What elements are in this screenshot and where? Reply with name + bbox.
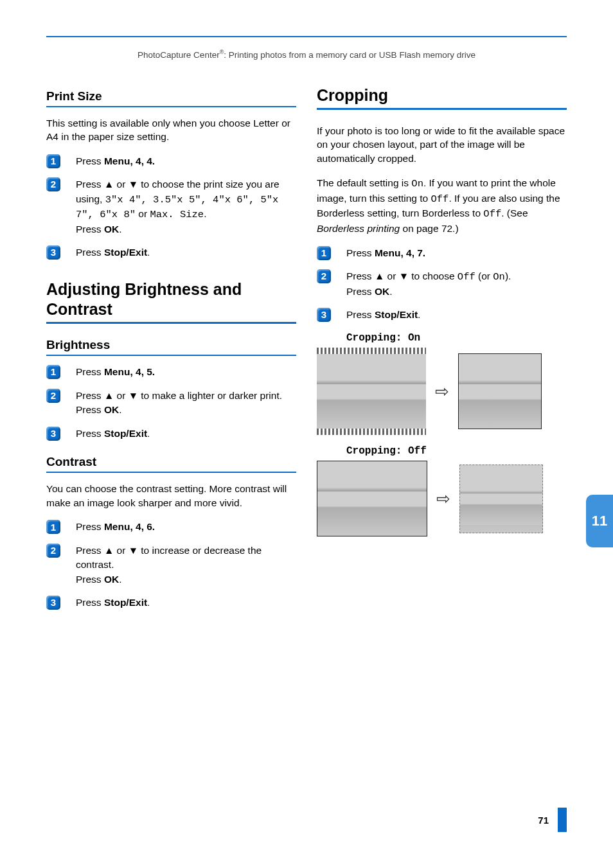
step-badge-1: 1: [317, 246, 331, 260]
step-badge-3: 3: [317, 308, 331, 322]
photo-original-off: [317, 461, 427, 536]
right-column: Cropping If your photo is too long or wi…: [317, 85, 567, 619]
step-item: 1 Press Menu, 4, 6.: [46, 520, 296, 534]
step-badge-3: 3: [46, 245, 60, 260]
step-item: 3 Press Stop/Exit.: [46, 427, 296, 441]
cropping-on-label: Cropping: On: [346, 332, 567, 344]
print-size-heading: Print Size: [46, 89, 296, 103]
step-item: 3 Press Stop/Exit.: [46, 596, 296, 610]
step-badge-2: 2: [317, 269, 331, 283]
step-badge-2: 2: [46, 389, 60, 403]
photo-original-on: [317, 348, 426, 435]
cropping-p1: If your photo is too long or wide to fit…: [317, 124, 567, 166]
page-footer: 71: [538, 808, 567, 832]
step-item: 1 Press Menu, 4, 4.: [46, 154, 296, 168]
brightness-steps: 1 Press Menu, 4, 5. 2 Press ▲ or ▼ to ma…: [46, 365, 296, 441]
step-item: 3 Press Stop/Exit.: [46, 245, 296, 260]
header-rule: [46, 36, 567, 37]
adjusting-heading: Adjusting Brightness and Contrast: [46, 279, 296, 320]
film-edge-icon: [317, 429, 426, 435]
step-badge-1: 1: [46, 520, 60, 534]
photo-inset: [460, 472, 542, 525]
photo-result-off: [459, 465, 543, 533]
step-badge-3: 3: [46, 427, 60, 441]
photo-result-on: [458, 353, 542, 429]
cropping-off-label: Cropping: Off: [346, 445, 567, 457]
contrast-heading: Contrast: [46, 455, 296, 469]
step-item: 3 Press Stop/Exit.: [317, 308, 567, 322]
step-badge-2: 2: [46, 177, 60, 191]
step-badge-2: 2: [46, 544, 60, 558]
contrast-intro: You can choose the contrast setting. Mor…: [46, 482, 296, 509]
footer-mark-icon: [558, 808, 567, 832]
step-badge-3: 3: [46, 596, 60, 610]
heading-rule: [46, 106, 296, 107]
cropping-off-row: ⇨: [317, 461, 567, 536]
heading-rule: [46, 355, 296, 356]
running-header-suffix: : Printing photos from a memory card or …: [224, 50, 475, 60]
arrow-right-icon: ⇨: [435, 382, 449, 402]
arrow-right-icon: ⇨: [436, 489, 450, 509]
cropping-heading: Cropping: [317, 85, 567, 105]
heading-rule: [317, 108, 567, 110]
print-size-steps: 1 Press Menu, 4, 4. 2 Press ▲ or ▼ to ch…: [46, 154, 296, 260]
running-header: PhotoCapture Center®: Printing photos fr…: [46, 49, 567, 60]
film-edge-icon: [317, 348, 426, 354]
step-item: 2 Press ▲ or ▼ to choose the print size …: [46, 177, 296, 236]
chapter-tab: 11: [586, 495, 613, 547]
photo-placeholder: [317, 354, 426, 429]
step-item: 1 Press Menu, 4, 5.: [46, 365, 296, 379]
contrast-steps: 1 Press Menu, 4, 6. 2 Press ▲ or ▼ to in…: [46, 520, 296, 610]
print-size-intro: This setting is available only when you …: [46, 116, 296, 144]
borderless-link[interactable]: Borderless printing: [317, 223, 400, 234]
running-header-prefix: PhotoCapture Center: [138, 50, 220, 60]
step-item: 1 Press Menu, 4, 7.: [317, 246, 567, 260]
heading-rule: [46, 472, 296, 473]
step-item: 2 Press ▲ or ▼ to increase or decrease t…: [46, 544, 296, 587]
brightness-heading: Brightness: [46, 338, 296, 352]
heading-rule: [46, 322, 296, 324]
page-number: 71: [538, 815, 549, 826]
step-badge-1: 1: [46, 154, 60, 168]
cropping-p2: The default setting is On. If you want t…: [317, 176, 567, 236]
cropping-steps: 1 Press Menu, 4, 7. 2 Press ▲ or ▼ to ch…: [317, 246, 567, 323]
left-column: Print Size This setting is available onl…: [46, 85, 296, 619]
cropping-on-row: ⇨: [317, 348, 567, 435]
step-item: 2 Press ▲ or ▼ to make a lighter or dark…: [46, 389, 296, 418]
step-item: 2 Press ▲ or ▼ to choose Off (or On). Pr…: [317, 269, 567, 299]
step-badge-1: 1: [46, 365, 60, 379]
